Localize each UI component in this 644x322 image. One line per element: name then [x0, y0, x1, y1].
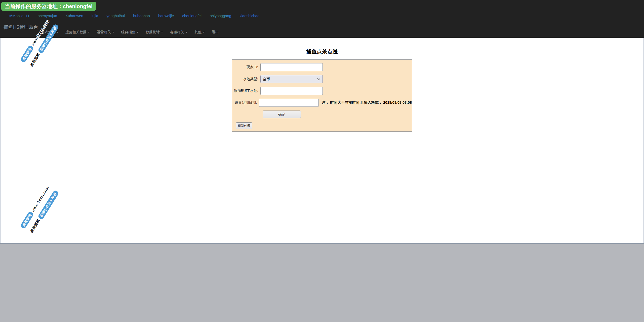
pool-type-select[interactable]: 金币: [260, 75, 323, 83]
kill-send-form-panel: 玩家ID: 水池类型: 金币 添加BUFF水池: 设置到期日期: 注： 时间大于…: [232, 59, 412, 132]
nav-item-other[interactable]: 其他: [194, 30, 205, 34]
server-link-shenyoujun[interactable]: shenyoujun: [38, 14, 57, 18]
date-format-note: 注： 时间大于当前时间 且输入格式： 2018/08/08 08:08: [322, 100, 412, 105]
buff-pool-row: 添加BUFF水池:: [232, 85, 412, 97]
navbar-menu: 游戏对账 运营相关数据 运营相关 经典捕鱼 数据统计 客服相关 其他 退出: [41, 30, 219, 34]
nav-item-operation[interactable]: 运营相关: [97, 30, 114, 34]
pool-type-label: 水池类型:: [232, 77, 260, 81]
server-link-yanghuihui[interactable]: yanghuihui: [107, 14, 125, 18]
top-dark-header: 当前操作的服务器地址：chenlongfei H5Mobile_11 sheny…: [0, 0, 644, 38]
nav-item-operation-data[interactable]: 运营相关数据: [65, 30, 90, 34]
pool-type-select-wrap: 金币: [260, 75, 323, 83]
buff-pool-input[interactable]: [260, 87, 323, 95]
caret-down-icon: [137, 32, 139, 33]
server-link-huhaohao[interactable]: huhaohao: [133, 14, 150, 18]
player-id-label: 玩家ID:: [232, 65, 260, 69]
expire-date-row: 设置到期日期: 注： 时间大于当前时间 且输入格式： 2018/08/08 08…: [232, 97, 412, 109]
server-link-lujia[interactable]: lujia: [92, 14, 98, 18]
caret-down-icon: [161, 32, 163, 33]
server-link-chenlongfei[interactable]: chenlongfei: [182, 14, 202, 18]
nav-item-logout[interactable]: 退出: [212, 30, 219, 34]
caret-down-icon: [56, 32, 58, 33]
nav-item-classic-fishing[interactable]: 经典捕鱼: [121, 30, 139, 34]
nav-item-statistics[interactable]: 数据统计: [146, 30, 163, 34]
server-link-list: H5Mobile_11 shenyoujun Xuhanwen lujia ya…: [8, 14, 260, 18]
confirm-button[interactable]: 确定: [263, 111, 301, 118]
server-link-h5mobile-11[interactable]: H5Mobile_11: [8, 14, 29, 18]
caret-down-icon: [112, 32, 114, 33]
nav-item-game-accounts[interactable]: 游戏对账: [41, 30, 58, 34]
caret-down-icon: [88, 32, 90, 33]
caret-down-icon: [185, 32, 187, 33]
expire-date-label: 设置到期日期:: [232, 100, 259, 105]
server-link-hanweijie[interactable]: hanweijie: [158, 14, 174, 18]
nav-item-customer-service[interactable]: 客服相关: [170, 30, 187, 34]
page-title: 捕鱼点杀点送: [1, 38, 643, 55]
pool-type-row: 水池类型: 金币: [232, 73, 412, 85]
server-link-shiyonggang[interactable]: shiyonggang: [210, 14, 231, 18]
buff-pool-label: 添加BUFF水池:: [232, 89, 260, 93]
refresh-list-button[interactable]: 刷新列表: [236, 122, 252, 129]
navbar-brand[interactable]: 捕鱼H5管理后台: [4, 24, 38, 30]
submit-row: 确定: [232, 109, 412, 120]
content-frame: 捕鱼点杀点送 玩家ID: 水池类型: 金币 添加BUFF水池: 设置到期日期: …: [0, 38, 644, 244]
server-link-xuhanwen[interactable]: Xuhanwen: [65, 14, 83, 18]
player-id-input[interactable]: [260, 63, 323, 71]
current-server-banner: 当前操作的服务器地址：chenlongfei: [1, 2, 96, 11]
server-link-xiaoshichao[interactable]: xiaoshichao: [239, 14, 259, 18]
player-id-row: 玩家ID:: [232, 61, 412, 73]
caret-down-icon: [203, 32, 205, 33]
expire-date-input[interactable]: [259, 99, 319, 107]
